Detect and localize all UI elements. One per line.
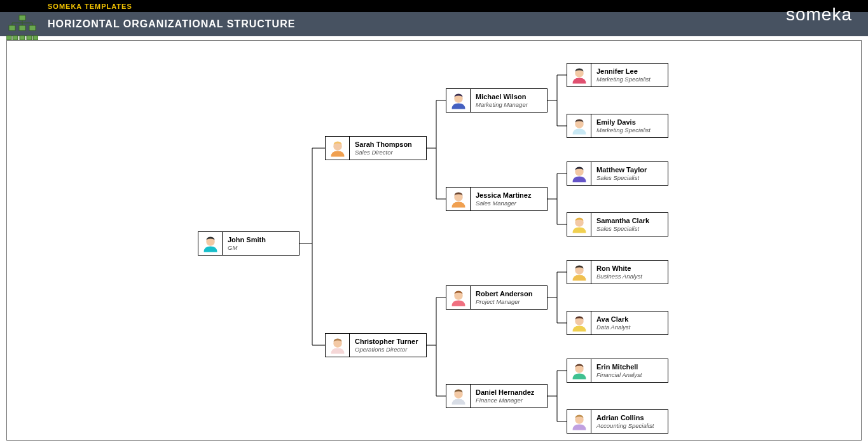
org-node-l2-0: Sarah Thompson Sales Director xyxy=(325,136,427,160)
person-name: Jessica Martinez xyxy=(476,191,531,200)
person-role: Sales Manager xyxy=(476,200,531,207)
person-name: Matthew Taylor xyxy=(596,166,650,174)
avatar-icon xyxy=(198,232,223,255)
person-role: Business Analyst xyxy=(596,273,650,280)
someka-logo: someka xyxy=(786,4,852,25)
avatar-icon xyxy=(446,188,471,210)
person-name: Samantha Clark xyxy=(596,217,650,225)
node-info: Matthew Taylor Sales Specialist xyxy=(591,162,655,185)
org-node-l4-0: Jennifer Lee Marketing Specialist xyxy=(567,63,668,87)
node-info: Emily Davis Marketing Specialist xyxy=(591,114,656,137)
avatar-icon xyxy=(567,312,591,334)
org-node-l4-7: Adrian Collins Accounting Specialist xyxy=(567,409,668,434)
org-node-l4-6: Erin Mitchell Financial Analyst xyxy=(567,359,668,383)
person-role: GM xyxy=(228,244,281,251)
svg-rect-4 xyxy=(6,36,11,40)
person-name: Adrian Collins xyxy=(596,414,654,422)
avatar-icon xyxy=(446,385,471,407)
svg-rect-6 xyxy=(20,36,25,40)
org-node-l2-1: Christopher Turner Operations Director xyxy=(325,333,427,357)
org-node-l4-2: Matthew Taylor Sales Specialist xyxy=(567,161,668,186)
brand-label: SOMEKA TEMPLATES xyxy=(48,3,132,10)
person-role: Operations Director xyxy=(355,346,418,353)
hierarchy-icon xyxy=(6,14,38,43)
node-info: Samantha Clark Sales Specialist xyxy=(591,213,655,236)
person-role: Project Manager xyxy=(476,298,532,305)
org-node-l3-2: Robert Anderson Project Manager xyxy=(446,285,548,310)
person-role: Sales Specialist xyxy=(596,225,650,232)
header-top-bar: SOMEKA TEMPLATES xyxy=(0,0,868,12)
avatar-icon xyxy=(567,162,591,185)
person-name: Michael Wilson xyxy=(476,93,529,101)
avatar-icon xyxy=(567,261,591,284)
avatar-icon xyxy=(446,89,471,112)
node-info: Ava Clark Data Analyst xyxy=(591,312,655,334)
svg-rect-7 xyxy=(27,36,32,40)
avatar-icon xyxy=(567,114,591,137)
connector-lines xyxy=(7,41,861,440)
svg-rect-8 xyxy=(33,36,38,40)
org-node-l3-3: Daniel Hernandez Finance Manager xyxy=(446,384,548,408)
node-info: Daniel Hernandez Finance Manager xyxy=(471,385,539,407)
org-node-l4-1: Emily Davis Marketing Specialist xyxy=(567,114,668,138)
node-info: Sarah Thompson Sales Director xyxy=(350,137,417,160)
org-node-root: John Smith GM xyxy=(198,231,300,256)
node-info: Adrian Collins Accounting Specialist xyxy=(591,410,659,433)
avatar-icon xyxy=(567,410,591,433)
svg-rect-5 xyxy=(13,36,18,40)
org-node-l4-3: Samantha Clark Sales Specialist xyxy=(567,212,668,236)
person-name: Robert Anderson xyxy=(476,290,532,298)
svg-rect-2 xyxy=(19,25,25,31)
avatar-icon xyxy=(326,137,350,160)
person-name: Ava Clark xyxy=(596,315,650,324)
svg-rect-1 xyxy=(9,25,15,31)
org-node-l3-0: Michael Wilson Marketing Manager xyxy=(446,88,548,113)
header-main-bar: HORIZONTAL ORGANIZATIONAL STRUCTURE some… xyxy=(0,12,868,36)
person-role: Sales Specialist xyxy=(596,174,650,181)
node-info: Jennifer Lee Marketing Specialist xyxy=(591,64,656,86)
person-role: Accounting Specialist xyxy=(596,422,654,429)
person-name: Christopher Turner xyxy=(355,338,418,346)
org-chart-canvas: John Smith GM Sarah Thompson Sales Direc… xyxy=(6,40,862,441)
avatar-icon xyxy=(446,286,471,309)
svg-rect-3 xyxy=(29,25,36,31)
person-name: Ron White xyxy=(596,264,650,273)
page-title: HORIZONTAL ORGANIZATIONAL STRUCTURE xyxy=(48,18,295,30)
person-role: Financial Analyst xyxy=(596,371,650,378)
person-name: Sarah Thompson xyxy=(355,140,412,149)
node-info: Erin Mitchell Financial Analyst xyxy=(591,359,655,382)
node-info: Christopher Turner Operations Director xyxy=(350,334,423,357)
org-node-l4-5: Ava Clark Data Analyst xyxy=(567,311,668,335)
svg-rect-0 xyxy=(19,15,25,20)
person-role: Marketing Specialist xyxy=(596,76,651,83)
avatar-icon xyxy=(567,64,591,86)
person-name: John Smith xyxy=(228,236,281,244)
avatar-icon xyxy=(567,213,591,236)
org-node-l4-4: Ron White Business Analyst xyxy=(567,260,668,284)
person-name: Daniel Hernandez xyxy=(476,388,534,397)
person-role: Sales Director xyxy=(355,149,412,156)
person-role: Marketing Specialist xyxy=(596,127,651,134)
person-role: Finance Manager xyxy=(476,397,534,404)
org-node-l3-1: Jessica Martinez Sales Manager xyxy=(446,187,548,211)
person-role: Marketing Manager xyxy=(476,101,529,108)
person-name: Emily Davis xyxy=(596,118,651,127)
node-info: Robert Anderson Project Manager xyxy=(471,286,537,309)
avatar-icon xyxy=(326,334,350,357)
person-name: Jennifer Lee xyxy=(596,67,651,76)
person-role: Data Analyst xyxy=(596,324,650,331)
node-info: Michael Wilson Marketing Manager xyxy=(471,89,534,112)
node-info: Jessica Martinez Sales Manager xyxy=(471,188,536,210)
node-info: Ron White Business Analyst xyxy=(591,261,655,284)
node-info: John Smith GM xyxy=(223,232,286,255)
avatar-icon xyxy=(567,359,591,382)
person-name: Erin Mitchell xyxy=(596,363,650,371)
